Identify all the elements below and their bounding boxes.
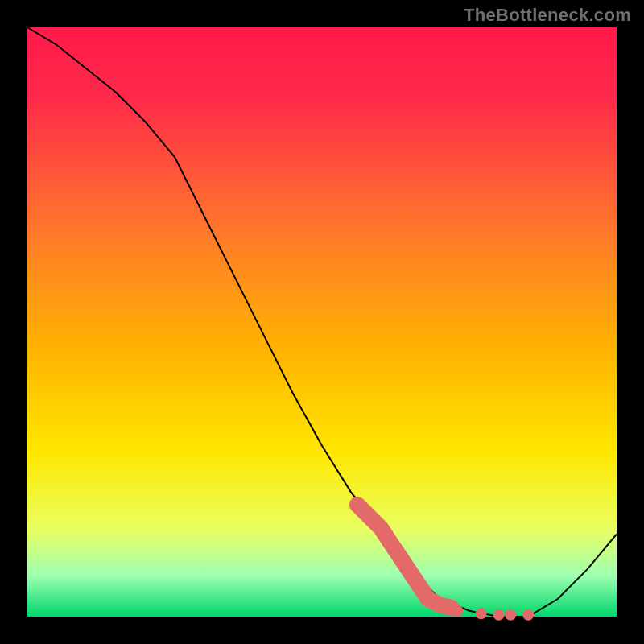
highlight-dot xyxy=(505,609,516,621)
highlight-dot xyxy=(522,609,534,621)
highlight-dot xyxy=(476,608,487,619)
highlight-dot xyxy=(452,605,463,617)
highlight-dot xyxy=(493,609,505,621)
plot-area xyxy=(27,27,617,617)
chart-stage: TheBottleneck.com xyxy=(0,0,644,644)
chart-svg xyxy=(0,0,644,644)
